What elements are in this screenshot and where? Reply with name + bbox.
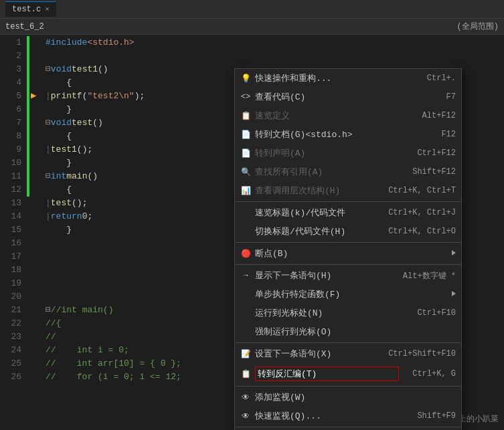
title-bar: test.c × xyxy=(0,0,504,19)
tab-close-icon[interactable]: × xyxy=(45,5,50,13)
menu-item-show-next[interactable]: →显示下一条语句(H)Alt+数字键 * xyxy=(235,266,461,285)
menu-label-find-refs: 查找所有引用(A) xyxy=(255,166,399,178)
menu-item-browse-label[interactable]: 速览标题(k)/代码文件Ctrl+K, Ctrl+J xyxy=(235,203,461,222)
menu-item-quick-watch[interactable]: 👁快速监视(Q)...Shift+F9 xyxy=(235,407,461,425)
menu-label-breakpoint: 断点(B) xyxy=(255,247,449,259)
menu-icon-set-next: 📝 xyxy=(240,349,251,359)
menu-item-quick-def: 📋速览定义Alt+F12 xyxy=(235,106,461,125)
menu-icon-quick-def: 📋 xyxy=(240,111,251,121)
menu-item-step-specific[interactable]: 单步执行特定函数(F) xyxy=(235,285,461,304)
menu-shortcut-quick-watch: Shift+F9 xyxy=(417,411,456,421)
code-line xyxy=(43,49,504,63)
menu-label-step-specific: 单步执行特定函数(F) xyxy=(255,288,449,300)
menu-arrow-breakpoint xyxy=(452,249,456,258)
menu-arrow-step-specific xyxy=(452,290,456,299)
menu-shortcut-view-code: F7 xyxy=(446,92,456,102)
menu-icon-add-watch: 👁 xyxy=(240,393,251,403)
menu-icon-breakpoint: 🔴 xyxy=(240,249,251,259)
menu-item-call-hier: 📊查看调用层次结构(H)Ctrl+K, Ctrl+T xyxy=(235,181,461,200)
editor-area: 1234567891011121314151617181920212223242… xyxy=(0,35,504,430)
menu-shortcut-browse-label: Ctrl+K, Ctrl+J xyxy=(388,208,456,217)
context-menu: 💡快速操作和重构...Ctrl+.<>查看代码(C)F7📋速览定义Alt+F12… xyxy=(234,68,462,430)
line-numbers: 1234567891011121314151617181920212223242… xyxy=(0,35,27,430)
menu-shortcut-run-to-cursor: Ctrl+F10 xyxy=(417,308,456,318)
menu-label-force-run: 强制运行到光标(O) xyxy=(255,326,456,338)
menu-label-show-next: 显示下一条语句(H) xyxy=(255,270,390,282)
menu-item-add-watch[interactable]: 👁添加监视(W) xyxy=(235,388,461,407)
menu-label-quick-action: 快速操作和重构... xyxy=(255,72,414,84)
file-path: test_6_2 xyxy=(5,22,44,31)
menu-item-switch-header[interactable]: 切换标题/代码文件(H)Ctrl+K, Ctrl+O xyxy=(235,222,461,241)
menu-separator xyxy=(235,242,461,243)
menu-label-goto-doc: 转到文档(G)<stdio.h> xyxy=(255,128,428,140)
menu-shortcut-disassembly: Ctrl+K, G xyxy=(412,369,456,379)
menu-label-quick-watch: 快速监视(Q)... xyxy=(255,410,404,422)
menu-icon-disassembly: 📋 xyxy=(240,369,251,379)
menu-item-goto-doc[interactable]: 📄转到文档(G)<stdio.h>F12 xyxy=(235,125,461,144)
menu-separator xyxy=(235,386,461,387)
file-bar: test_6_2 (全局范围) xyxy=(0,19,504,35)
menu-label-disassembly: 转到反汇编(T) xyxy=(255,366,399,381)
menu-label-call-hier: 查看调用层次结构(H) xyxy=(255,185,375,197)
menu-item-view-code[interactable]: <>查看代码(C)F7 xyxy=(235,88,461,106)
menu-icon-goto-doc: 📄 xyxy=(240,130,251,140)
submenu-arrow-icon xyxy=(452,291,456,296)
menu-label-quick-def: 速览定义 xyxy=(255,110,409,122)
menu-item-set-next[interactable]: 📝设置下一条语句(X)Ctrl+Shift+F10 xyxy=(235,344,461,363)
menu-item-disassembly[interactable]: 📋转到反汇编(T)Ctrl+K, G xyxy=(235,363,461,385)
menu-shortcut-set-next: Ctrl+Shift+F10 xyxy=(388,349,456,358)
menu-shortcut-switch-header: Ctrl+K, Ctrl+O xyxy=(388,227,456,236)
menu-separator xyxy=(235,342,461,343)
menu-item-goto-decl: 📄转到声明(A)Ctrl+F12 xyxy=(235,144,461,163)
debug-arrow: ▶ xyxy=(31,90,36,101)
menu-item-force-run[interactable]: 强制运行到光标(O) xyxy=(235,322,461,341)
menu-label-switch-header: 切换标题/代码文件(H) xyxy=(255,225,375,237)
menu-icon-quick-watch: 👁 xyxy=(240,411,251,421)
menu-item-find-refs: 🔍查找所有引用(A)Shift+F12 xyxy=(235,163,461,181)
menu-icon-goto-decl: 📄 xyxy=(240,148,251,158)
menu-icon-find-refs: 🔍 xyxy=(240,167,251,177)
menu-item-run-to-cursor[interactable]: 运行到光标处(N)Ctrl+F10 xyxy=(235,304,461,322)
menu-label-view-code: 查看代码(C) xyxy=(255,91,433,103)
menu-label-add-watch: 添加监视(W) xyxy=(255,391,456,403)
menu-shortcut-quick-def: Alt+F12 xyxy=(422,111,456,120)
menu-label-goto-decl: 转到声明(A) xyxy=(255,147,404,159)
tab-filename: test.c xyxy=(12,5,41,14)
menu-shortcut-goto-decl: Ctrl+F12 xyxy=(417,148,456,158)
submenu-arrow-icon xyxy=(452,250,456,255)
menu-icon-quick-action: 💡 xyxy=(240,74,251,84)
menu-shortcut-call-hier: Ctrl+K, Ctrl+T xyxy=(388,186,456,195)
menu-separator xyxy=(235,201,461,202)
menu-shortcut-quick-action: Ctrl+. xyxy=(427,74,456,83)
file-scope: (全局范围) xyxy=(457,21,499,32)
menu-item-breakpoint[interactable]: 🔴断点(B) xyxy=(235,244,461,263)
menu-label-run-to-cursor: 运行到光标处(N) xyxy=(255,307,404,319)
menu-item-quick-action[interactable]: 💡快速操作和重构...Ctrl+. xyxy=(235,69,461,88)
menu-icon-show-next: → xyxy=(240,271,251,280)
menu-separator xyxy=(235,427,461,427)
menu-shortcut-goto-doc: F12 xyxy=(441,130,456,139)
arrow-indicator: ▶ xyxy=(29,35,43,430)
menu-label-set-next: 设置下一条语句(X) xyxy=(255,348,375,360)
code-line: #include <stdio.h> xyxy=(43,36,504,49)
menu-separator xyxy=(235,264,461,265)
file-tab[interactable]: test.c × xyxy=(5,1,56,17)
menu-shortcut-find-refs: Shift+F12 xyxy=(412,167,456,177)
menu-icon-call-hier: 📊 xyxy=(240,186,251,196)
menu-shortcut-show-next: Alt+数字键 * xyxy=(403,270,456,282)
menu-label-browse-label: 速览标题(k)/代码文件 xyxy=(255,207,375,219)
menu-icon-view-code: <> xyxy=(240,92,251,102)
